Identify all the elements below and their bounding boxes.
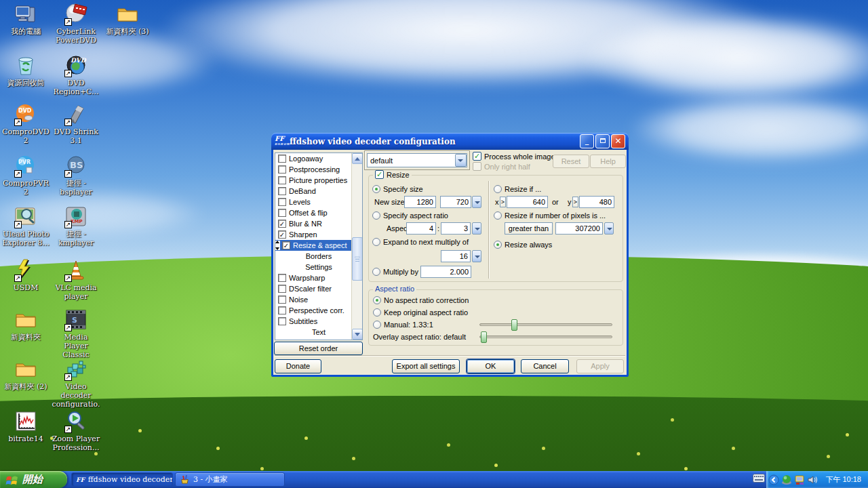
no-aspect-correction-radio[interactable]	[373, 296, 381, 304]
filter-row-blur-nr[interactable]: Blur & NR	[275, 218, 362, 229]
task-button-paint[interactable]: 3 - 小畫家	[175, 472, 285, 487]
preset-combobox[interactable]: default	[367, 153, 467, 167]
aspect-dropdown-icon[interactable]	[472, 222, 481, 235]
desktop-icon-bsplayer[interactable]: BS ↗ 捷徑 - bsplayer	[52, 155, 100, 197]
specify-aspect-radio[interactable]	[372, 211, 380, 220]
filter-row-deband[interactable]: DeBand	[275, 186, 362, 197]
filter-row-logoaway[interactable]: Logoaway	[275, 153, 362, 164]
hide-icons-chevron-icon[interactable]	[768, 474, 779, 485]
resize-if-pixels-label[interactable]: Resize if number of pixels is ...	[505, 211, 606, 220]
y-operator[interactable]: >	[572, 197, 578, 207]
scroll-down-button[interactable]	[352, 329, 363, 340]
manual-aspect-label[interactable]: Manual: 1.33:1	[384, 321, 433, 329]
apply-button[interactable]: Apply	[576, 359, 624, 373]
x-threshold-input[interactable]	[507, 196, 548, 208]
filter-row-settings[interactable]: Settings	[275, 262, 362, 272]
resize-checkbox[interactable]	[375, 170, 384, 179]
x-operator[interactable]: >	[500, 197, 506, 207]
manual-aspect-slider-thumb[interactable]	[511, 319, 517, 331]
resize-if-label[interactable]: Resize if ...	[505, 185, 541, 193]
desktop-icon-ulead-photo[interactable]: ↗ Ulead Photo Explorer 8...	[1, 205, 50, 247]
scroll-up-button[interactable]	[352, 153, 363, 164]
overlay-aspect-slider-thumb[interactable]	[481, 331, 487, 343]
overlay-aspect-slider[interactable]	[479, 336, 612, 338]
keep-original-aspect-radio[interactable]	[373, 308, 381, 317]
taskbar-clock[interactable]: 下午 10:18	[825, 474, 868, 485]
y-threshold-input[interactable]	[579, 196, 614, 208]
expand-multiply-radio[interactable]	[372, 238, 380, 246]
greater-than-combo[interactable]: greater than	[505, 222, 553, 235]
desktop-icon-comprodvd[interactable]: DVD ↗ ComproDVD 2	[1, 103, 50, 145]
donate-button[interactable]: Donate	[275, 359, 321, 373]
desktop-icon-bitrate14[interactable]: bitrate14	[1, 410, 50, 443]
checkbox-checked[interactable]	[282, 241, 290, 249]
checkbox[interactable]	[278, 176, 286, 184]
desktop-icon-video-decoder-config[interactable]: ↗ Video decoder configuratio...	[52, 358, 100, 418]
tray-display-app-icon[interactable]	[794, 474, 805, 485]
filter-row-offset-flip[interactable]: Offset & flip	[275, 207, 362, 218]
task-button-ffdshow[interactable]: FF ffdshow video decoder...	[71, 472, 173, 487]
reset-order-button[interactable]: Reset order	[274, 342, 363, 355]
filter-row-warpsharp[interactable]: Warpsharp	[275, 272, 362, 283]
multiply-value-input[interactable]	[420, 266, 471, 278]
new-size-width-input[interactable]	[404, 196, 436, 208]
checkbox[interactable]	[278, 285, 286, 293]
checkbox[interactable]	[278, 296, 286, 304]
specify-size-label[interactable]: Specify size	[383, 185, 423, 193]
multiply-by-label[interactable]: Multiply by	[383, 268, 418, 276]
size-dropdown-icon[interactable]	[472, 196, 481, 208]
resize-always-radio[interactable]	[494, 241, 502, 249]
process-whole-image-checkbox[interactable]	[473, 152, 481, 161]
specify-size-radio[interactable]	[372, 185, 380, 193]
desktop-icon-mpc[interactable]: S ↗ Media Player Classic	[52, 308, 100, 359]
desktop-icon-vlc[interactable]: ↗ VLC media player	[52, 259, 100, 301]
keyboard-tray-icon[interactable]	[753, 474, 765, 483]
filter-row-subtitles[interactable]: Subtitles	[275, 316, 362, 327]
desktop-icon-new-folder[interactable]: 新資料夾	[1, 308, 50, 342]
filter-row-postprocessing[interactable]: Postprocessing	[275, 164, 362, 175]
desktop-icon-my-computer[interactable]: 我的電腦	[1, 3, 50, 36]
filter-row-borders[interactable]: Borders	[275, 251, 362, 262]
checkbox-checked[interactable]	[278, 230, 286, 239]
aspect-height-input[interactable]	[441, 222, 471, 235]
multiply-by-radio[interactable]	[372, 268, 380, 276]
keep-original-aspect-label[interactable]: Keep original aspect ratio	[384, 308, 468, 317]
scroll-thumb[interactable]	[352, 237, 363, 281]
checkbox[interactable]	[278, 155, 286, 163]
desktop-icon-new-folder-2[interactable]: 新資料夾 (2)	[1, 358, 50, 391]
specify-aspect-label[interactable]: Specify aspect ratio	[383, 211, 448, 220]
desktop-icon-dvd-shrink[interactable]: ↗ DVD Shrink 3.1	[52, 103, 100, 145]
reorder-arrows-icon[interactable]	[275, 241, 280, 250]
resize-if-radio[interactable]	[494, 185, 502, 193]
desktop-icon-zoom-player[interactable]: ↗ Zoom Player Profession...	[52, 410, 100, 452]
window-titlebar[interactable]: FFDSHOW ffdshow video decoder configurat…	[271, 133, 629, 150]
filter-row-sharpen[interactable]: Sharpen	[275, 229, 362, 240]
pixels-dropdown-icon[interactable]	[604, 222, 614, 235]
resize-label[interactable]: Resize	[387, 171, 410, 179]
filter-row-levels[interactable]: Levels	[275, 197, 362, 207]
no-aspect-correction-label[interactable]: No aspect ratio correction	[384, 296, 469, 304]
checkbox[interactable]	[278, 317, 286, 325]
manual-aspect-slider[interactable]	[479, 323, 612, 326]
filter-row-perspective[interactable]: Perspective corr.	[275, 305, 362, 316]
start-button[interactable]: 開始	[0, 471, 67, 488]
pixels-threshold-input[interactable]	[555, 222, 603, 235]
desktop-icon-kmplayer[interactable]: KMP ↗ 捷徑 - kmplayer	[52, 205, 100, 247]
checkbox[interactable]	[278, 274, 286, 282]
checkbox[interactable]	[278, 165, 286, 174]
expand-dropdown-icon[interactable]	[472, 250, 481, 262]
desktop-icon-new-folder-3[interactable]: 新資料夾 (3)	[103, 3, 152, 36]
expand-value-input[interactable]	[441, 250, 471, 262]
list-scrollbar[interactable]	[351, 153, 362, 340]
export-all-settings-button[interactable]: Export all settings	[392, 359, 460, 373]
resize-always-label[interactable]: Resize always	[505, 241, 552, 249]
ok-button[interactable]: OK	[467, 359, 515, 373]
desktop-icon-powerdvd[interactable]: ↗ CyberLink PowerDVD	[52, 3, 100, 45]
maximize-button[interactable]	[595, 134, 610, 148]
filter-row-dscaler[interactable]: DScaler filter	[275, 283, 362, 294]
filter-row-picture-properties[interactable]: Picture properties	[275, 175, 362, 186]
expand-multiply-label[interactable]: Expand to next multiply of	[383, 238, 469, 246]
help-button[interactable]: Help	[590, 155, 626, 168]
process-whole-image-label[interactable]: Process whole image	[484, 152, 555, 161]
desktop-icon-usdm[interactable]: ↗ USDM	[1, 259, 50, 292]
